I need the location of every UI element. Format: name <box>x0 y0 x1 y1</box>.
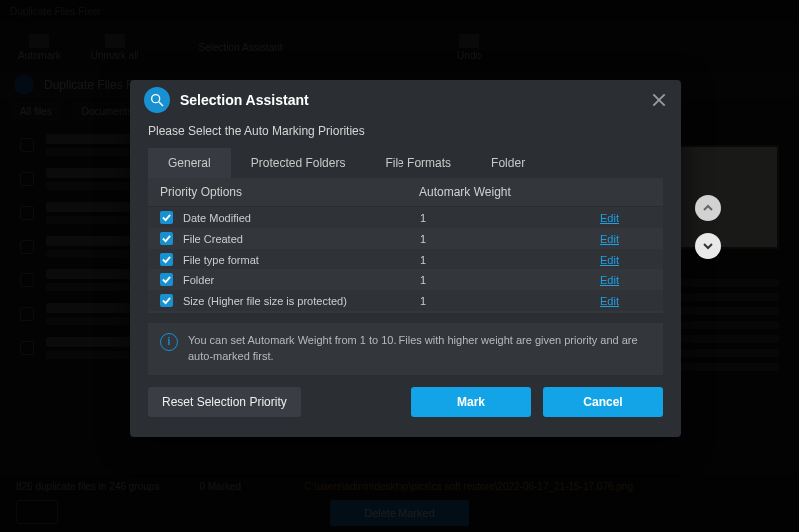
checkbox[interactable] <box>160 232 173 245</box>
col-automark-weight: Automark Weight <box>419 185 539 199</box>
tab-file-formats[interactable]: File Formats <box>365 148 471 178</box>
table-row: File type format1Edit <box>148 249 663 269</box>
table-row: Folder1Edit <box>148 269 663 290</box>
selection-assistant-modal: Selection Assistant Please Select the Au… <box>130 80 681 437</box>
row-label: File type format <box>183 254 420 266</box>
row-label: Size (Higher file size is protected) <box>183 295 420 307</box>
row-weight: 1 <box>420 254 540 266</box>
row-weight: 1 <box>420 212 540 224</box>
row-label: Folder <box>183 274 420 286</box>
info-note: i You can set Automark Weight from 1 to … <box>148 323 663 375</box>
svg-point-0 <box>152 95 160 103</box>
priority-table: Priority Options Automark Weight Date Mo… <box>148 178 663 313</box>
modal-subtitle: Please Select the Auto Marking Prioritie… <box>130 120 681 148</box>
edit-link[interactable]: Edit <box>600 254 619 266</box>
app-logo-icon <box>144 87 170 113</box>
info-icon: i <box>160 333 178 351</box>
edit-link[interactable]: Edit <box>600 233 619 245</box>
row-label: File Created <box>183 233 420 245</box>
checkbox[interactable] <box>160 294 173 307</box>
mark-button[interactable]: Mark <box>411 387 531 417</box>
move-up-button[interactable] <box>695 195 721 221</box>
edit-link[interactable]: Edit <box>600 212 619 224</box>
info-text: You can set Automark Weight from 1 to 10… <box>188 333 651 365</box>
modal-title: Selection Assistant <box>180 92 309 108</box>
reset-selection-priority-button[interactable]: Reset Selection Priority <box>148 387 301 417</box>
move-down-button[interactable] <box>695 233 721 259</box>
checkbox[interactable] <box>160 253 173 266</box>
table-row: File Created1Edit <box>148 228 663 249</box>
cancel-button[interactable]: Cancel <box>543 387 663 417</box>
edit-link[interactable]: Edit <box>600 295 619 307</box>
tab-general[interactable]: General <box>148 148 231 178</box>
table-row: Date Modified1Edit <box>148 207 663 228</box>
table-row: Size (Higher file size is protected)1Edi… <box>148 290 663 311</box>
row-weight: 1 <box>420 233 540 245</box>
col-priority-options: Priority Options <box>160 185 419 199</box>
row-weight: 1 <box>420 274 540 286</box>
svg-line-1 <box>159 102 163 106</box>
checkbox[interactable] <box>160 211 173 224</box>
row-weight: 1 <box>420 295 540 307</box>
tab-folder[interactable]: Folder <box>471 148 545 178</box>
row-label: Date Modified <box>183 212 420 224</box>
checkbox[interactable] <box>160 273 173 286</box>
close-icon[interactable] <box>651 92 667 108</box>
modal-tabs: General Protected Folders File Formats F… <box>148 148 663 178</box>
tab-protected-folders[interactable]: Protected Folders <box>231 148 366 178</box>
edit-link[interactable]: Edit <box>600 274 619 286</box>
